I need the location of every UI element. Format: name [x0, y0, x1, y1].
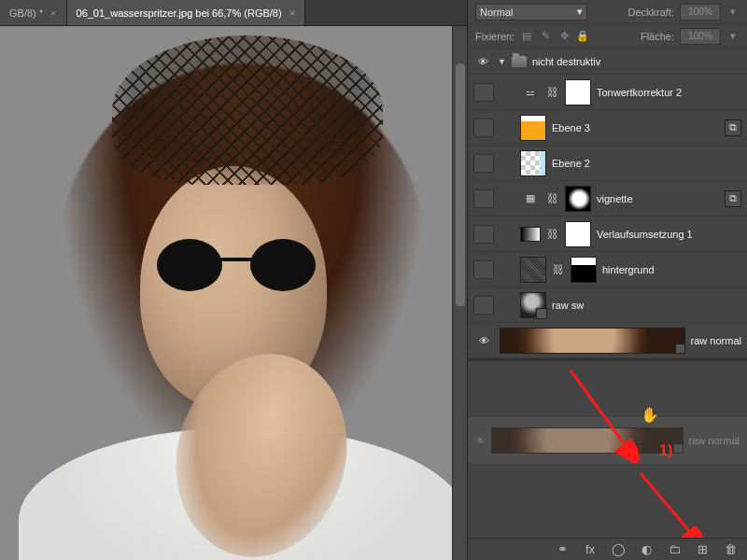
hand-cursor-icon: ✋	[641, 406, 659, 424]
layer-thumb[interactable]	[520, 292, 546, 318]
svg-line-1	[641, 473, 699, 538]
levels-adjustment-icon: ⚍	[520, 82, 541, 103]
layer-name[interactable]: Verlaufsumsetzung 1	[597, 229, 693, 240]
canvas-image[interactable]	[0, 26, 467, 560]
lock-label: Fixieren:	[475, 31, 514, 42]
layer-drag-ghost: 👁 raw normal ✋ 1)	[468, 417, 747, 464]
visibility-toggle[interactable]	[473, 83, 494, 102]
lock-all-icon[interactable]: 🔒	[576, 30, 589, 43]
canvas-scrollbar[interactable]	[452, 26, 467, 560]
lock-pixels-icon[interactable]: ✎	[539, 30, 552, 43]
lock-transparency-icon[interactable]: ▤	[520, 30, 533, 43]
gradient-map-icon: ▦	[520, 189, 541, 209]
layer-name[interactable]: raw sw	[552, 300, 584, 311]
layer-name[interactable]: Ebene 3	[552, 122, 590, 133]
layer-name[interactable]: hintergrund	[602, 264, 655, 275]
opacity-input[interactable]: 100%	[680, 4, 721, 21]
visibility-toggle[interactable]	[473, 189, 494, 208]
layer-name[interactable]: Tonwertkorrektur 2	[597, 87, 682, 98]
layer-row[interactable]: ⛓ Verlaufsumsetzung 1	[468, 217, 747, 252]
layer-group-header[interactable]: 👁 ▼ nicht destruktiv	[468, 49, 747, 75]
close-icon[interactable]: ×	[50, 7, 56, 19]
add-mask-icon[interactable]: ◯	[611, 542, 626, 556]
layer-fx-icon[interactable]: fx	[583, 542, 598, 556]
layer-thumb[interactable]	[520, 150, 546, 176]
link-icon[interactable]: ⛓	[546, 225, 559, 244]
layer-mask-thumb[interactable]	[565, 221, 591, 247]
visibility-toggle[interactable]	[473, 225, 494, 244]
smart-object-icon: ⧉	[725, 190, 741, 207]
visibility-toggle: 👁	[475, 435, 486, 446]
layer-thumb[interactable]	[520, 257, 546, 283]
layer-name[interactable]: vignette	[597, 193, 633, 204]
opacity-label: Deckkraft:	[627, 7, 674, 18]
smart-object-icon: ⧉	[725, 119, 741, 136]
document-tab-active[interactable]: 06_01_wasserspritzer.jpg bei 66,7% (RGB/…	[67, 0, 306, 25]
layer-row[interactable]: ⛓ hintergrund	[468, 252, 747, 287]
layer-name: raw normal	[689, 435, 740, 446]
visibility-toggle[interactable]: 👁	[473, 333, 494, 348]
layer-name[interactable]: raw normal	[691, 335, 741, 346]
link-icon[interactable]: ⛓	[546, 189, 559, 208]
gradient-adjustment-icon	[520, 227, 541, 242]
layer-thumb[interactable]	[520, 115, 546, 141]
chevron-down-icon[interactable]: ▾	[726, 30, 740, 43]
layer-mask-thumb[interactable]	[565, 79, 591, 105]
link-layers-icon[interactable]: ⚭	[555, 542, 570, 556]
layer-name[interactable]: Ebene 2	[552, 158, 590, 169]
layer-thumb[interactable]	[500, 328, 685, 354]
chevron-down-icon: ▾	[577, 6, 583, 18]
blend-mode-value: Normal	[480, 7, 513, 18]
layer-mask-thumb[interactable]	[571, 257, 597, 283]
delete-layer-icon[interactable]: 🗑	[723, 542, 738, 556]
visibility-toggle[interactable]	[473, 119, 494, 137]
layer-row[interactable]: ▦ ⛓ vignette ⧉	[468, 181, 747, 217]
chevron-down-icon[interactable]: ▾	[726, 6, 740, 19]
fill-input[interactable]: 100%	[680, 28, 721, 45]
link-icon[interactable]: ⛓	[546, 83, 559, 102]
visibility-toggle[interactable]	[473, 260, 494, 279]
collapse-icon[interactable]: ▼	[498, 57, 506, 66]
layer-mask-thumb[interactable]	[565, 186, 591, 212]
document-tab-bar: GB/8) * × 06_01_wasserspritzer.jpg bei 6…	[0, 0, 467, 26]
layers-panel-footer: ⚭ fx ◯ ◐ 🗀 ⊞ 🗑	[468, 538, 747, 560]
layers-panel: Normal ▾ Deckkraft: 100% ▾ Fixieren: ▤ ✎…	[467, 0, 747, 560]
layer-row[interactable]: raw sw	[468, 287, 747, 323]
tab-label: 06_01_wasserspritzer.jpg bei 66,7% (RGB/…	[77, 7, 282, 19]
tab-label: GB/8) *	[9, 7, 43, 19]
group-name[interactable]: nicht destruktiv	[532, 56, 600, 67]
visibility-toggle[interactable]	[473, 154, 494, 173]
new-layer-icon[interactable]: ⊞	[695, 542, 710, 556]
visibility-toggle[interactable]: 👁	[473, 54, 492, 69]
new-adjustment-icon[interactable]: ◐	[639, 542, 654, 556]
fill-label: Fläche:	[641, 31, 674, 42]
layer-row[interactable]: Ebene 2	[468, 146, 747, 181]
link-icon[interactable]: ⛓	[552, 260, 565, 279]
new-group-icon[interactable]: 🗀	[667, 542, 682, 556]
document-tab-inactive[interactable]: GB/8) * ×	[0, 0, 67, 25]
layer-row[interactable]: 👁 raw normal	[468, 323, 747, 358]
visibility-toggle[interactable]	[473, 296, 494, 315]
folder-icon	[512, 56, 527, 67]
close-icon[interactable]: ×	[289, 7, 295, 19]
layer-row[interactable]: Ebene 3 ⧉	[468, 110, 747, 146]
annotation-step-label: 1)	[659, 442, 672, 459]
lock-position-icon[interactable]: ✥	[557, 30, 571, 43]
blend-mode-select[interactable]: Normal ▾	[475, 4, 587, 21]
layer-thumb	[491, 427, 684, 454]
layer-row[interactable]: ⚍ ⛓ Tonwertkorrektur 2	[468, 75, 747, 110]
